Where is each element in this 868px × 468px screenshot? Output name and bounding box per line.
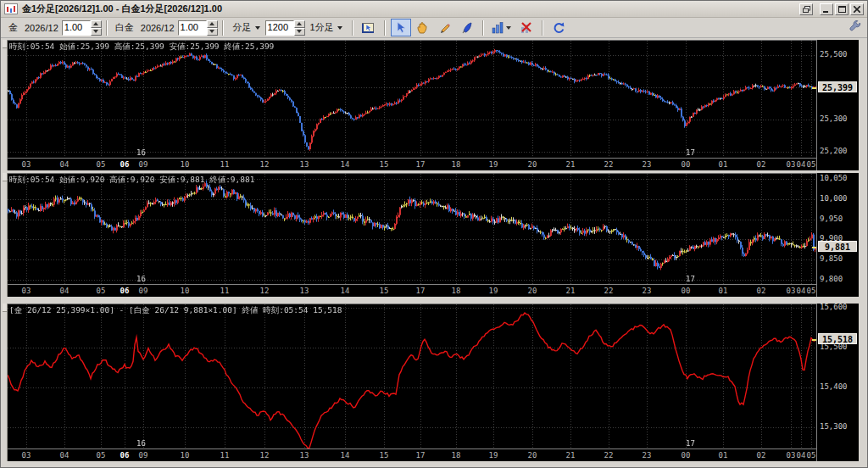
platinum-ratio-up-button[interactable] <box>207 20 218 28</box>
cursor-tool-button[interactable] <box>391 19 411 36</box>
spread-price-axis: 15,60015,50015,40015,30015,518 <box>816 304 859 461</box>
time-axis-label: 00 <box>682 287 691 295</box>
gold-ratio-value[interactable]: 1.00 <box>62 20 91 36</box>
time-axis-label: 09 <box>139 160 148 169</box>
time-axis-label: 01 <box>719 160 728 169</box>
close-button[interactable] <box>850 3 864 15</box>
time-axis-label: 15 <box>380 287 389 295</box>
bar-interval-dropdown[interactable]: 1分足 <box>307 20 346 36</box>
time-axis-label: 10 <box>181 160 190 169</box>
gold-ratio-up-button[interactable] <box>91 20 102 28</box>
price-axis-label: 25,200 <box>820 147 848 155</box>
spread-time-axis: 0304050609101112131415171819202122230001… <box>8 449 816 461</box>
date-change-marker: 17 <box>686 148 695 157</box>
gold-price-axis: 25,50025,40025,30025,20025,399 <box>816 40 859 170</box>
time-axis-label: 03 <box>22 287 31 295</box>
price-axis-label: 25,300 <box>820 114 848 123</box>
time-axis-label: 17 <box>416 287 426 295</box>
restore-window-button[interactable] <box>799 3 813 15</box>
refresh-icon <box>552 21 565 35</box>
time-axis-label: 17 <box>416 451 426 460</box>
platinum-ratio-value[interactable]: 1.00 <box>178 20 207 36</box>
time-axis-label: 09 <box>139 451 148 460</box>
close-icon <box>854 6 860 13</box>
platinum-chart-canvas <box>8 174 816 284</box>
toolbar-separator <box>352 20 353 36</box>
pencil-tool-button[interactable] <box>435 19 455 36</box>
hand-tool-button[interactable] <box>413 19 433 36</box>
price-axis-label: 10,000 <box>820 194 848 203</box>
time-axis-label: 14 <box>341 287 350 295</box>
minimize-button[interactable] <box>820 3 833 15</box>
bar-type-dropdown[interactable]: 分足 <box>230 20 264 36</box>
chart-cursor-tool-button[interactable] <box>359 19 379 36</box>
time-axis-label: 05 <box>97 451 106 460</box>
time-axis-label: 13 <box>300 287 309 295</box>
time-axis-label: 00 <box>682 160 691 169</box>
maximize-icon <box>838 6 846 13</box>
time-axis-label: 21 <box>566 451 576 460</box>
date-change-marker: 16 <box>136 439 146 448</box>
time-axis-label: 19 <box>489 160 498 169</box>
time-axis-label: 13 <box>300 451 309 460</box>
minimize-icon <box>823 6 830 13</box>
spread-chart-pane: [金 26/12 25,399×1.00] - [白金 26/12 9,881×… <box>3 304 859 461</box>
time-axis-label: 04 <box>797 287 806 295</box>
time-axis-label: 02 <box>757 287 766 295</box>
bar-count-up-button[interactable] <box>294 20 305 28</box>
time-axis-label: 11 <box>220 160 230 169</box>
platinum-ratio-down-button[interactable] <box>207 28 218 36</box>
time-axis-label: 01 <box>719 451 728 460</box>
toolbar-separator <box>542 20 543 36</box>
time-axis-label: 04 <box>60 287 70 295</box>
bar-count-value[interactable]: 1200 <box>265 20 294 36</box>
price-axis-label: 9,950 <box>820 214 843 223</box>
gold-candlestick-plot[interactable]: 時刻:05:54 始値:25,399 高値:25,399 安値:25,399 終… <box>8 40 816 159</box>
current-price-marker: 25,399 <box>818 81 857 92</box>
bar-count-down-button[interactable] <box>294 28 305 36</box>
spread-line-plot[interactable]: [金 26/12 25,399×1.00] - [白金 26/12 9,881×… <box>8 304 816 449</box>
time-axis-label: 21 <box>566 287 576 295</box>
time-axis-label: 18 <box>452 451 461 460</box>
time-axis-label: 11 <box>220 287 230 295</box>
gold-chart-canvas <box>8 41 816 158</box>
toolbar-separator <box>222 20 224 36</box>
time-axis-label: 12 <box>260 287 270 295</box>
gold-ratio-down-button[interactable] <box>91 28 102 36</box>
platinum-candlestick-plot[interactable]: 時刻:05:54 始値:9,920 高値:9,920 安値:9,881 終値:9… <box>8 173 816 285</box>
platinum-ohlc-readout: 時刻:05:54 始値:9,920 高値:9,920 安値:9,881 終値:9… <box>9 175 254 186</box>
chart-style-button[interactable] <box>489 19 515 36</box>
settings-button[interactable] <box>849 20 862 36</box>
time-axis-label: 04 <box>60 160 70 169</box>
bar-type-value: 分足 <box>233 21 252 34</box>
chart-cursor-icon <box>361 21 376 35</box>
time-axis-label: 22 <box>604 287 614 295</box>
time-axis-label: 05 <box>807 160 816 169</box>
app-window: 金1分足[2026/12]1.00 - 白金1分足[2026/12]1.00 金… <box>0 0 868 468</box>
time-axis-label: 06 <box>120 451 130 460</box>
time-axis-label: 09 <box>139 287 148 295</box>
chevron-down-icon <box>337 26 342 30</box>
pencil-icon <box>438 21 451 34</box>
pen-tool-button[interactable] <box>457 19 477 36</box>
time-axis-label: 22 <box>604 451 614 460</box>
gold-label: 金 <box>8 21 18 34</box>
platinum-contract-label: 2026/12 <box>141 23 175 33</box>
platinum-label: 白金 <box>115 21 134 34</box>
maximize-button[interactable] <box>835 3 849 15</box>
time-axis-label: 14 <box>341 160 350 169</box>
time-axis-label: 03 <box>787 160 796 169</box>
gold-ratio-spinbox: 1.00 <box>62 20 102 36</box>
bar-count-spinbox: 1200 <box>265 20 305 36</box>
refresh-button[interactable] <box>548 19 569 36</box>
pen-icon <box>460 21 473 34</box>
delete-chart-button[interactable] <box>516 19 537 36</box>
platinum-price-axis: 10,05010,0009,9509,9009,8509,8009,881 <box>816 173 859 297</box>
spread-chart-canvas <box>8 304 816 448</box>
date-change-marker: 17 <box>686 439 695 448</box>
platinum-time-axis: 0304050609101112131415171819202122230001… <box>8 285 816 297</box>
wrench-icon <box>849 20 862 34</box>
price-axis-label: 9,850 <box>820 254 843 263</box>
time-axis-label: 19 <box>489 451 498 460</box>
date-change-marker: 17 <box>686 275 695 283</box>
